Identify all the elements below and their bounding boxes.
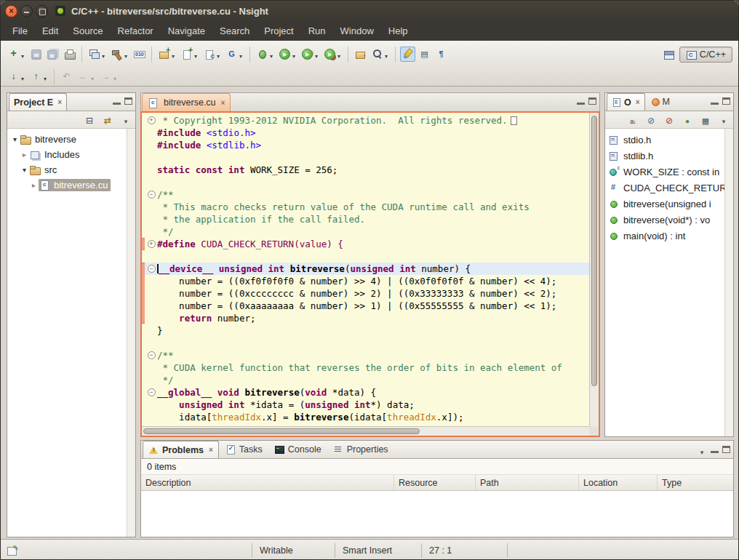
- save-button[interactable]: [28, 47, 44, 62]
- expand-fold-icon[interactable]: +: [148, 240, 156, 248]
- editor-vertical-scrollbar[interactable]: [589, 113, 599, 426]
- collapse-fold-icon[interactable]: −: [148, 191, 156, 199]
- tree-item-bitreverse[interactable]: ▾bitreverse: [7, 132, 135, 147]
- code-line[interactable]: idata[threadIdx.x] = bitreverse(idata[th…: [142, 411, 589, 423]
- maximize-view-icon[interactable]: [722, 97, 730, 105]
- hide-non-public-members-button[interactable]: [681, 113, 694, 127]
- editor-viewport[interactable]: + * Copyright 1993-2012 NVIDIA Corporati…: [142, 113, 589, 426]
- outline-vertical-scrollbar[interactable]: [724, 129, 733, 436]
- view-menu-button[interactable]: [717, 113, 730, 127]
- dropdown-arrow-icon[interactable]: [123, 48, 129, 61]
- dropdown-arrow-icon[interactable]: [336, 48, 342, 61]
- mark-occurrences-button[interactable]: [400, 47, 415, 62]
- dropdown-arrow-icon[interactable]: [20, 48, 25, 61]
- editor-horizontal-scrollbar[interactable]: [142, 426, 589, 436]
- menu-edit[interactable]: Edit: [35, 23, 65, 39]
- collapse-fold-icon[interactable]: −: [148, 265, 156, 273]
- menu-project[interactable]: Project: [257, 23, 300, 39]
- code-line[interactable]: + * Copyright 1993-2012 NVIDIA Corporati…: [142, 114, 589, 127]
- code-line[interactable]: static const int WORK_SIZE = 256;: [142, 164, 589, 176]
- hide-fields-button[interactable]: [644, 113, 658, 127]
- maximize-view-icon[interactable]: [588, 97, 596, 105]
- code-line[interactable]: −/**: [142, 188, 589, 201]
- dropdown-arrow-icon[interactable]: [238, 48, 244, 61]
- menu-run[interactable]: Run: [301, 23, 333, 39]
- tab-properties[interactable]: Properties: [328, 441, 394, 458]
- restore-trim-icon[interactable]: [7, 545, 19, 556]
- collapse-arrow-icon[interactable]: ▾: [10, 135, 20, 143]
- title-bar[interactable]: C/C++ - bitreverse/src/bitreverse.cu - N…: [1, 1, 738, 21]
- sort-button[interactable]: [626, 113, 639, 127]
- expand-fold-icon[interactable]: +: [148, 116, 156, 124]
- minimize-view-icon[interactable]: [711, 446, 719, 453]
- code-line[interactable]: unsigned int *idata = (unsigned int*) da…: [142, 399, 589, 411]
- open-perspective-icon[interactable]: [663, 49, 675, 61]
- minimize-view-icon[interactable]: [577, 97, 585, 105]
- new-source-file-button[interactable]: [179, 47, 200, 63]
- collapse-all-button[interactable]: [83, 113, 96, 127]
- expand-arrow-icon[interactable]: ▸: [20, 151, 29, 159]
- build-button[interactable]: [109, 47, 130, 63]
- outline-item-stdio-h[interactable]: stdio.h: [605, 132, 724, 148]
- code-line[interactable]: [142, 250, 589, 263]
- outline-item-stdlib-h[interactable]: stdlib.h: [605, 148, 724, 164]
- perspective-cpp-button[interactable]: C/C++: [679, 47, 732, 63]
- forward-button[interactable]: [98, 69, 119, 85]
- menu-search[interactable]: Search: [212, 23, 257, 39]
- window-close-icon[interactable]: [5, 5, 17, 17]
- column-header-description[interactable]: Description: [141, 475, 394, 490]
- new-source-folder-button[interactable]: [156, 47, 177, 63]
- new-wizard-button[interactable]: [6, 47, 27, 63]
- code-line[interactable]: */: [142, 225, 589, 238]
- menu-file[interactable]: File: [5, 23, 35, 39]
- code-line[interactable]: number = ((0xf0f0f0f0 & number) >> 4) | …: [142, 275, 589, 287]
- tab-make-targets[interactable]: M: [647, 93, 674, 111]
- code-line[interactable]: −/**: [142, 349, 589, 361]
- dropdown-arrow-icon[interactable]: [268, 48, 274, 61]
- outline-item-bitreverse-unsigned-i[interactable]: bitreverse(unsigned i: [605, 196, 724, 212]
- tab-bitreverse-cu[interactable]: bitreverse.cu: [142, 93, 231, 111]
- close-icon[interactable]: [636, 98, 640, 106]
- close-icon[interactable]: [221, 99, 225, 107]
- run-button[interactable]: [277, 47, 298, 63]
- code-line[interactable]: }: [142, 324, 589, 337]
- make-targets-button[interactable]: [132, 47, 147, 62]
- column-header-location[interactable]: Location: [579, 475, 658, 490]
- menu-refactor[interactable]: Refactor: [111, 23, 161, 39]
- close-icon[interactable]: [57, 98, 62, 106]
- dropdown-arrow-icon[interactable]: [193, 48, 199, 61]
- view-menu-button[interactable]: [119, 113, 132, 127]
- last-edit-location-button[interactable]: [59, 69, 74, 84]
- outline-item-main-void-int[interactable]: main(void) : int: [605, 228, 724, 244]
- filter-button[interactable]: [699, 113, 712, 127]
- tree-item-bitreverse-cu[interactable]: ▸bitreverse.cu: [7, 177, 135, 193]
- column-header-resource[interactable]: Resource: [394, 475, 476, 490]
- window-maximize-icon[interactable]: [36, 5, 48, 17]
- collapse-arrow-icon[interactable]: ▾: [20, 166, 29, 174]
- collapse-fold-icon[interactable]: −: [148, 351, 156, 359]
- code-line[interactable]: −__device__ unsigned int bitreverse(unsi…: [142, 263, 589, 275]
- view-menu-icon[interactable]: [697, 446, 707, 456]
- dropdown-arrow-icon[interactable]: [215, 48, 221, 61]
- outline-item-cuda-check-retur[interactable]: CUDA_CHECK_RETUR: [605, 180, 724, 196]
- debug-button[interactable]: [255, 47, 276, 63]
- code-line[interactable]: #include <stdlib.h>: [142, 139, 589, 151]
- column-header-path[interactable]: Path: [476, 475, 579, 490]
- code-line[interactable]: +#define CUDA_CHECK_RETURN(value) {: [142, 238, 589, 250]
- code-line[interactable]: number = ((0xcccccccc & number) >> 2) | …: [142, 287, 589, 300]
- next-annotation-button[interactable]: [6, 69, 27, 85]
- dropdown-arrow-icon[interactable]: [291, 48, 297, 61]
- tab-tasks[interactable]: Tasks: [220, 441, 268, 458]
- manage-configurations-button[interactable]: [87, 47, 108, 63]
- maximize-view-icon[interactable]: [722, 446, 730, 453]
- code-line[interactable]: return number;: [142, 312, 589, 324]
- dropdown-arrow-icon[interactable]: [383, 48, 389, 61]
- tab-project-explorer[interactable]: Project E: [9, 93, 67, 111]
- code-line[interactable]: * This macro checks return value of the …: [142, 201, 589, 213]
- new-class-button[interactable]: [201, 47, 223, 63]
- code-line[interactable]: [142, 337, 589, 349]
- link-with-editor-button[interactable]: [101, 113, 114, 127]
- dropdown-arrow-icon[interactable]: [20, 71, 25, 84]
- menu-source[interactable]: Source: [65, 23, 110, 39]
- scrollbar-thumb[interactable]: [143, 428, 420, 434]
